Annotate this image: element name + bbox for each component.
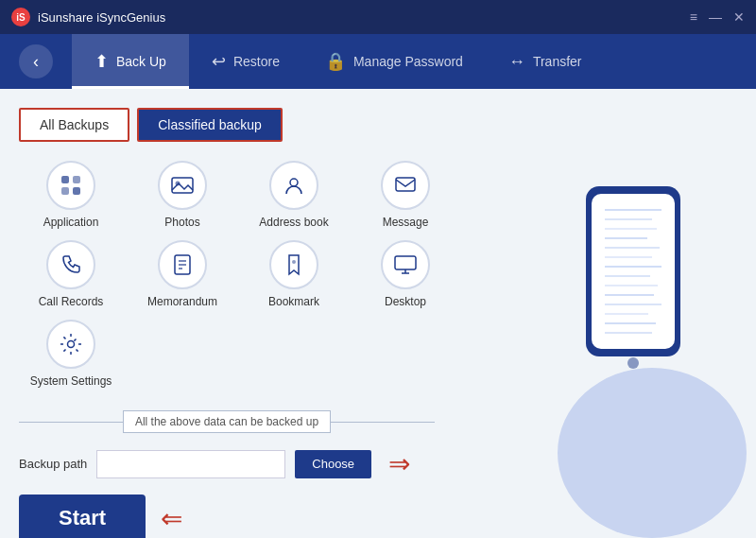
tab-restore[interactable]: ↩ Restore	[189, 34, 302, 89]
divider-line-right	[331, 422, 435, 423]
tab-backup-label: Back Up	[116, 54, 166, 69]
category-photos[interactable]: Photos	[130, 161, 234, 229]
tab-transfer-label: Transfer	[533, 54, 582, 69]
phone-svg	[558, 177, 709, 442]
app-icon: iS	[11, 8, 30, 26]
main-content: All Backups Classified backup Applicatio…	[0, 89, 756, 538]
backup-icon: ⬆	[94, 51, 109, 72]
tab-transfer[interactable]: ↔ Transfer	[486, 34, 605, 89]
memo-label: Memorandum	[147, 295, 217, 308]
application-label: Application	[43, 216, 99, 229]
svg-point-16	[68, 341, 75, 348]
svg-rect-18	[592, 194, 675, 349]
tab-restore-label: Restore	[233, 54, 280, 69]
svg-rect-4	[172, 178, 193, 193]
back-button[interactable]: ‹	[19, 44, 53, 78]
subtab-all[interactable]: All Backups	[19, 108, 129, 142]
category-message[interactable]: Message	[353, 161, 457, 229]
message-label: Message	[383, 216, 429, 229]
tab-backup[interactable]: ⬆ Back Up	[72, 34, 189, 89]
nav-tabs: ⬆ Back Up ↩ Restore 🔒 Manage Password ↔ …	[72, 34, 737, 89]
content-left: All Backups Classified backup Applicatio…	[19, 108, 529, 519]
svg-rect-2	[61, 187, 69, 195]
desktop-icon	[381, 240, 430, 289]
call-label: Call Records	[39, 295, 104, 308]
bookmark-label: Bookmark	[268, 295, 319, 308]
svg-rect-1	[73, 176, 80, 183]
svg-point-6	[290, 179, 298, 186]
category-memo[interactable]: Memorandum	[130, 240, 234, 308]
divider-line-left	[19, 422, 123, 423]
svg-rect-7	[396, 178, 415, 191]
choose-button[interactable]: Choose	[295, 450, 371, 478]
category-desktop[interactable]: Desktop	[353, 240, 457, 308]
close-icon[interactable]: ✕	[733, 9, 745, 25]
menu-icon[interactable]: ≡	[690, 9, 697, 25]
titlebar: iS iSunshare iSyncGenius ≡ — ✕	[0, 0, 756, 34]
memo-icon	[158, 240, 207, 289]
category-settings[interactable]: System Settings	[19, 320, 123, 388]
svg-point-12	[292, 260, 296, 264]
start-button[interactable]: Start	[19, 495, 146, 538]
photos-icon	[158, 161, 207, 210]
message-icon	[381, 161, 430, 210]
password-icon: 🔒	[325, 51, 346, 72]
arrow-right-icon: ⇒	[388, 448, 410, 479]
transfer-icon: ↔	[508, 52, 525, 72]
backup-path-row: Backup path Choose ⇒	[19, 448, 529, 479]
settings-label: System Settings	[30, 374, 112, 388]
svg-rect-0	[61, 176, 69, 183]
category-address[interactable]: Address book	[242, 161, 346, 229]
titlebar-left: iS iSunshare iSyncGenius	[11, 8, 165, 26]
photos-label: Photos	[164, 216, 199, 229]
start-btn-row: Start ⇐	[19, 495, 529, 538]
svg-point-33	[627, 357, 639, 369]
divider: All the above data can be backed up	[19, 410, 435, 433]
category-grid: Application Photos	[19, 161, 529, 388]
app-title: iSunshare iSyncGenius	[38, 10, 165, 25]
application-icon	[46, 161, 95, 210]
backup-path-label: Backup path	[19, 457, 87, 471]
category-bookmark[interactable]: Bookmark	[242, 240, 346, 308]
tab-password[interactable]: 🔒 Manage Password	[302, 34, 486, 89]
desktop-label: Desktop	[385, 295, 426, 308]
address-label: Address book	[259, 216, 328, 229]
minimize-icon[interactable]: —	[709, 9, 722, 25]
sub-tabs: All Backups Classified backup	[19, 108, 529, 142]
tab-password-label: Manage Password	[353, 54, 463, 69]
settings-icon	[46, 320, 95, 369]
call-icon	[46, 240, 95, 289]
subtab-classified[interactable]: Classified backup	[137, 108, 283, 142]
arrow-left-icon: ⇐	[161, 503, 182, 534]
restore-icon: ↩	[212, 51, 226, 72]
divider-text: All the above data can be backed up	[123, 410, 331, 433]
svg-rect-3	[73, 187, 80, 195]
svg-rect-13	[395, 256, 416, 269]
category-application[interactable]: Application	[19, 161, 123, 229]
backup-path-input[interactable]	[96, 450, 285, 478]
phone-illustration	[529, 98, 737, 519]
navbar: ‹ ⬆ Back Up ↩ Restore 🔒 Manage Password …	[0, 34, 756, 89]
titlebar-controls: ≡ — ✕	[690, 9, 745, 25]
category-call[interactable]: Call Records	[19, 240, 123, 308]
address-icon	[269, 161, 318, 210]
bookmark-icon	[269, 240, 318, 289]
